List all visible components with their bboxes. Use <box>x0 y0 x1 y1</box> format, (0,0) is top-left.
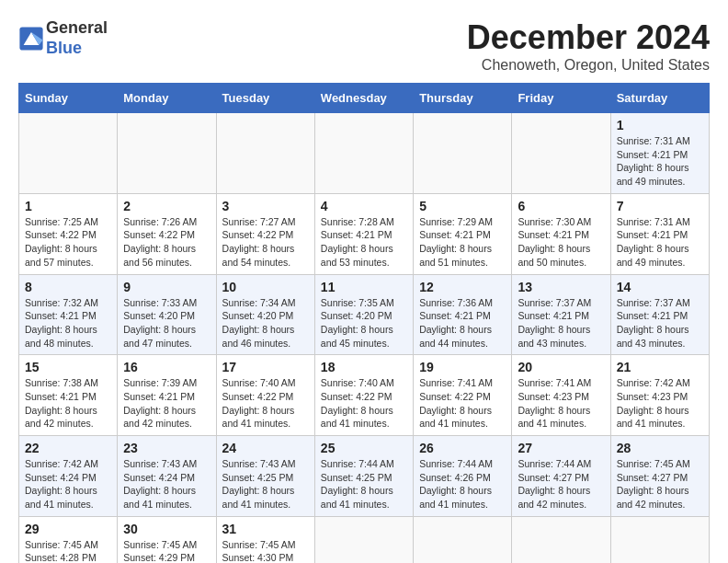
day-number: 2 <box>123 199 210 213</box>
col-header-friday: Friday <box>512 84 610 113</box>
calendar-cell: 30Sunrise: 7:45 AMSunset: 4:29 PMDayligh… <box>118 516 216 563</box>
day-number: 4 <box>321 199 407 213</box>
day-number: 27 <box>518 441 604 455</box>
calendar-cell: 13Sunrise: 7:37 AMSunset: 4:21 PMDayligh… <box>512 274 610 355</box>
day-info: Sunrise: 7:38 AMSunset: 4:21 PMDaylight:… <box>25 376 111 431</box>
day-number: 1 <box>25 199 111 213</box>
calendar-week-0: 1Sunrise: 7:31 AMSunset: 4:21 PMDaylight… <box>19 113 710 194</box>
location: Chenoweth, Oregon, United States <box>467 57 710 74</box>
calendar-cell: 17Sunrise: 7:40 AMSunset: 4:22 PMDayligh… <box>216 355 314 436</box>
day-info: Sunrise: 7:37 AMSunset: 4:21 PMDaylight:… <box>518 296 604 350</box>
day-info: Sunrise: 7:32 AMSunset: 4:21 PMDaylight:… <box>25 296 111 350</box>
day-info: Sunrise: 7:31 AMSunset: 4:21 PMDaylight:… <box>617 215 703 270</box>
logo-icon <box>18 26 44 52</box>
calendar-cell: 2Sunrise: 7:26 AMSunset: 4:22 PMDaylight… <box>118 193 216 274</box>
calendar-cell: 25Sunrise: 7:44 AMSunset: 4:25 PMDayligh… <box>314 436 413 517</box>
month-title: December 2024 <box>467 18 710 57</box>
day-info: Sunrise: 7:44 AMSunset: 4:27 PMDaylight:… <box>518 457 604 511</box>
col-header-saturday: Saturday <box>610 84 709 113</box>
day-number: 30 <box>123 522 210 536</box>
day-number: 28 <box>617 441 703 455</box>
day-info: Sunrise: 7:35 AMSunset: 4:20 PMDaylight:… <box>321 296 407 350</box>
day-number: 26 <box>419 441 506 455</box>
day-number: 24 <box>222 441 309 455</box>
logo-general: General <box>46 18 108 37</box>
calendar-cell <box>118 113 216 194</box>
day-number: 22 <box>25 441 111 455</box>
day-info: Sunrise: 7:41 AMSunset: 4:22 PMDaylight:… <box>419 376 506 431</box>
day-info: Sunrise: 7:45 AMSunset: 4:27 PMDaylight:… <box>617 457 703 511</box>
page-header: General Blue December 2024 Chenoweth, Or… <box>18 18 710 74</box>
day-number: 20 <box>518 360 604 374</box>
day-info: Sunrise: 7:42 AMSunset: 4:24 PMDaylight:… <box>25 457 111 511</box>
logo: General Blue <box>18 18 108 58</box>
day-number: 18 <box>321 360 407 374</box>
calendar-week-5: 29Sunrise: 7:45 AMSunset: 4:28 PMDayligh… <box>19 516 710 563</box>
calendar-cell: 31Sunrise: 7:45 AMSunset: 4:30 PMDayligh… <box>216 516 314 563</box>
calendar-header-row: SundayMondayTuesdayWednesdayThursdayFrid… <box>19 84 710 113</box>
calendar-cell: 10Sunrise: 7:34 AMSunset: 4:20 PMDayligh… <box>216 274 314 355</box>
day-info: Sunrise: 7:41 AMSunset: 4:23 PMDaylight:… <box>518 376 604 431</box>
day-info: Sunrise: 7:34 AMSunset: 4:20 PMDaylight:… <box>222 296 309 350</box>
day-info: Sunrise: 7:45 AMSunset: 4:28 PMDaylight:… <box>25 538 111 563</box>
day-number: 29 <box>25 522 111 536</box>
calendar-cell: 21Sunrise: 7:42 AMSunset: 4:23 PMDayligh… <box>610 355 709 436</box>
calendar-cell: 4Sunrise: 7:28 AMSunset: 4:21 PMDaylight… <box>314 193 413 274</box>
calendar-cell <box>216 113 314 194</box>
col-header-monday: Monday <box>118 84 216 113</box>
day-number: 9 <box>123 280 210 294</box>
day-number: 17 <box>222 360 309 374</box>
calendar-cell: 5Sunrise: 7:29 AMSunset: 4:21 PMDaylight… <box>414 193 512 274</box>
day-info: Sunrise: 7:26 AMSunset: 4:22 PMDaylight:… <box>123 215 210 270</box>
day-info: Sunrise: 7:43 AMSunset: 4:24 PMDaylight:… <box>123 457 210 511</box>
day-info: Sunrise: 7:28 AMSunset: 4:21 PMDaylight:… <box>321 215 407 270</box>
day-info: Sunrise: 7:43 AMSunset: 4:25 PMDaylight:… <box>222 457 309 511</box>
calendar-cell <box>512 516 610 563</box>
day-number: 3 <box>222 199 309 213</box>
day-number: 25 <box>321 441 407 455</box>
calendar-cell <box>414 113 512 194</box>
calendar-cell: 12Sunrise: 7:36 AMSunset: 4:21 PMDayligh… <box>414 274 512 355</box>
day-info: Sunrise: 7:40 AMSunset: 4:22 PMDaylight:… <box>321 376 407 431</box>
col-header-sunday: Sunday <box>19 84 118 113</box>
day-info: Sunrise: 7:30 AMSunset: 4:21 PMDaylight:… <box>518 215 604 270</box>
calendar-cell: 29Sunrise: 7:45 AMSunset: 4:28 PMDayligh… <box>19 516 118 563</box>
day-number: 10 <box>222 280 309 294</box>
calendar-table: SundayMondayTuesdayWednesdayThursdayFrid… <box>18 83 710 563</box>
day-info: Sunrise: 7:25 AMSunset: 4:22 PMDaylight:… <box>25 215 111 270</box>
calendar-cell: 14Sunrise: 7:37 AMSunset: 4:21 PMDayligh… <box>610 274 709 355</box>
calendar-cell: 23Sunrise: 7:43 AMSunset: 4:24 PMDayligh… <box>118 436 216 517</box>
calendar-cell <box>314 516 413 563</box>
calendar-cell: 6Sunrise: 7:30 AMSunset: 4:21 PMDaylight… <box>512 193 610 274</box>
day-number: 6 <box>518 199 604 213</box>
col-header-tuesday: Tuesday <box>216 84 314 113</box>
calendar-cell: 28Sunrise: 7:45 AMSunset: 4:27 PMDayligh… <box>610 436 709 517</box>
day-number: 15 <box>25 360 111 374</box>
col-header-wednesday: Wednesday <box>314 84 413 113</box>
calendar-week-2: 8Sunrise: 7:32 AMSunset: 4:21 PMDaylight… <box>19 274 710 355</box>
day-number: 19 <box>419 360 506 374</box>
day-number: 21 <box>617 360 703 374</box>
day-number: 16 <box>123 360 210 374</box>
day-number: 7 <box>617 199 703 213</box>
calendar-cell <box>414 516 512 563</box>
calendar-cell: 27Sunrise: 7:44 AMSunset: 4:27 PMDayligh… <box>512 436 610 517</box>
calendar-cell <box>314 113 413 194</box>
day-info: Sunrise: 7:27 AMSunset: 4:22 PMDaylight:… <box>222 215 309 270</box>
title-block: December 2024 Chenoweth, Oregon, United … <box>467 18 710 74</box>
day-info: Sunrise: 7:40 AMSunset: 4:22 PMDaylight:… <box>222 376 309 431</box>
calendar-cell: 19Sunrise: 7:41 AMSunset: 4:22 PMDayligh… <box>414 355 512 436</box>
calendar-week-1: 1Sunrise: 7:25 AMSunset: 4:22 PMDaylight… <box>19 193 710 274</box>
day-info: Sunrise: 7:39 AMSunset: 4:21 PMDaylight:… <box>123 376 210 431</box>
calendar-cell: 16Sunrise: 7:39 AMSunset: 4:21 PMDayligh… <box>118 355 216 436</box>
calendar-cell: 18Sunrise: 7:40 AMSunset: 4:22 PMDayligh… <box>314 355 413 436</box>
calendar-cell: 1Sunrise: 7:25 AMSunset: 4:22 PMDaylight… <box>19 193 118 274</box>
day-info: Sunrise: 7:36 AMSunset: 4:21 PMDaylight:… <box>419 296 506 350</box>
calendar-cell: 1Sunrise: 7:31 AMSunset: 4:21 PMDaylight… <box>610 113 709 194</box>
calendar-cell <box>610 516 709 563</box>
calendar-cell: 15Sunrise: 7:38 AMSunset: 4:21 PMDayligh… <box>19 355 118 436</box>
day-info: Sunrise: 7:44 AMSunset: 4:26 PMDaylight:… <box>419 457 506 511</box>
logo-text: General Blue <box>46 18 108 58</box>
calendar-cell: 9Sunrise: 7:33 AMSunset: 4:20 PMDaylight… <box>118 274 216 355</box>
calendar-cell: 20Sunrise: 7:41 AMSunset: 4:23 PMDayligh… <box>512 355 610 436</box>
